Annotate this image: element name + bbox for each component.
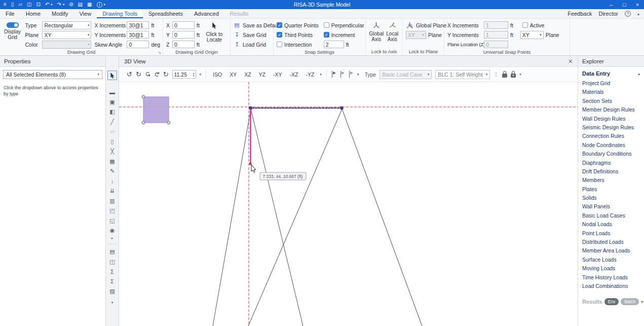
grid-handle-node[interactable] bbox=[167, 121, 170, 124]
explorer-item-materials[interactable]: Materials bbox=[578, 88, 644, 96]
lock-chevron-icon[interactable]: ▾ bbox=[519, 73, 521, 77]
results-batch-toggle[interactable]: Batch bbox=[621, 298, 639, 305]
tool-nodal-load-icon[interactable]: ↓ bbox=[107, 176, 118, 186]
display-grid-toggle[interactable]: Display Grid bbox=[3, 21, 22, 49]
explorer-item-load-combinations[interactable]: Load Combinations bbox=[578, 282, 644, 291]
lock-unselected-icon[interactable] bbox=[502, 74, 507, 78]
quarter-points-checkbox[interactable]: Quarter Points bbox=[277, 21, 319, 29]
save-icon[interactable]: ◫ bbox=[27, 0, 31, 9]
tool-distributed-load-icon[interactable]: ⇊ bbox=[107, 187, 118, 196]
explorer-item-surface-loads[interactable]: Surface Loads bbox=[578, 256, 644, 264]
zoom-level-input[interactable] bbox=[173, 71, 193, 78]
open-file-icon[interactable]: ▱ bbox=[18, 0, 22, 9]
tool-modify-member-icon[interactable]: ▬ bbox=[107, 88, 118, 97]
intersection-checkbox[interactable]: Intersection bbox=[277, 40, 319, 49]
maximize-button[interactable]: □ bbox=[618, 0, 631, 9]
model-canvas[interactable]: 7.333, 44, 10.667 (ft) bbox=[119, 82, 578, 326]
tool-grid-icon[interactable]: ▤ bbox=[107, 247, 118, 257]
third-points-checkbox[interactable]: Third Points bbox=[277, 30, 319, 39]
spin-model-icon[interactable]: ↻ bbox=[163, 71, 169, 78]
explorer-item-node-coordinates[interactable]: Node Coordinates bbox=[578, 141, 644, 150]
global-axis-button[interactable]: Global Axis bbox=[369, 21, 384, 48]
local-axis-button[interactable]: Local Axis bbox=[385, 21, 400, 48]
tool-lock-selection-icon[interactable]: ◰ bbox=[107, 206, 118, 215]
tool-paint-icon[interactable]: ▨ bbox=[107, 287, 118, 296]
explorer-item-member-area-loads[interactable]: Member Area Loads bbox=[578, 246, 644, 255]
origin-y-input[interactable] bbox=[172, 31, 195, 39]
checkbox-icon[interactable] bbox=[277, 22, 282, 28]
usp-active-checkbox[interactable] bbox=[522, 22, 528, 28]
clip-chevron-icon[interactable]: ▾ bbox=[357, 73, 359, 77]
view-close-icon[interactable]: × bbox=[569, 58, 573, 65]
skew-angle-input[interactable] bbox=[127, 41, 149, 48]
undo-icon[interactable]: ↶ bbox=[45, 0, 49, 9]
tool-sum2-icon[interactable]: Σ bbox=[107, 277, 118, 286]
tool-draw-beam-icon[interactable]: ▱ bbox=[107, 127, 118, 136]
collapse-ribbon-icon[interactable]: ▴ bbox=[637, 12, 639, 16]
results-env-toggle[interactable]: Env bbox=[604, 298, 619, 305]
app-menu-icon[interactable]: ≡ bbox=[4, 0, 7, 9]
view-xz-button[interactable]: XZ bbox=[242, 70, 253, 79]
help-icon[interactable]: ? bbox=[625, 11, 631, 17]
clip-flag-icon[interactable] bbox=[331, 71, 336, 78]
tab-home[interactable]: Home bbox=[20, 9, 46, 18]
explorer-item-connection-rules[interactable]: Connection Rules bbox=[578, 132, 644, 140]
select-tool-button[interactable] bbox=[107, 70, 117, 80]
rotate-up-icon[interactable]: ↺ bbox=[144, 71, 151, 77]
checkbox-icon[interactable] bbox=[324, 22, 329, 28]
origin-z-input[interactable] bbox=[172, 41, 195, 48]
print-icon[interactable]: ⊡ bbox=[36, 0, 41, 9]
view-neg-xy-button[interactable]: -XY bbox=[271, 70, 284, 79]
increment-checkbox[interactable]: Increment bbox=[324, 30, 364, 39]
zoom-level-spinner[interactable]: ▴ ▾ bbox=[172, 70, 196, 79]
tab-modify[interactable]: Modify bbox=[46, 9, 73, 18]
redo-icon[interactable]: ↷ bbox=[57, 0, 61, 9]
view-neg-yz-button[interactable]: -YZ bbox=[304, 70, 316, 79]
rotate-ccw-icon[interactable]: ↺ bbox=[127, 71, 132, 78]
rotate-cw-icon[interactable]: ↻ bbox=[136, 71, 141, 78]
grid-handle-node[interactable] bbox=[142, 121, 145, 124]
blc-select[interactable]: BLC 1: Self Weight▾ bbox=[435, 70, 490, 79]
explorer-item-drift-definitions[interactable]: Drift Definitions bbox=[578, 167, 644, 176]
zoom-down-icon[interactable]: ▾ bbox=[193, 75, 195, 77]
explorer-item-boundary-conditions[interactable]: Boundary Conditions bbox=[578, 150, 644, 158]
tool-draw-member-icon[interactable]: ╱ bbox=[107, 117, 118, 126]
explorer-item-project-grid[interactable]: Project Grid bbox=[578, 79, 644, 88]
clipboard-icon[interactable]: ▤ bbox=[78, 0, 83, 9]
minimize-button[interactable]: – bbox=[604, 0, 618, 9]
explorer-item-member-design-rules[interactable]: Member Design Rules bbox=[578, 105, 644, 114]
quick-access-chevron-icon[interactable]: ▾ bbox=[104, 0, 105, 9]
view-yz-button[interactable]: YZ bbox=[257, 70, 268, 79]
checkbox-icon[interactable] bbox=[324, 32, 329, 38]
data-entry-section-header[interactable]: Data Entry ▴ bbox=[578, 67, 644, 79]
tab-file[interactable]: File bbox=[0, 9, 20, 18]
explorer-item-solids[interactable]: Solids bbox=[578, 194, 644, 202]
undo-chevron-icon[interactable]: ▾ bbox=[51, 0, 52, 9]
grid-handle-node[interactable] bbox=[142, 95, 145, 98]
snap-increment-input[interactable] bbox=[324, 41, 344, 48]
click-to-locate-button[interactable]: Click to Locate bbox=[203, 21, 226, 49]
tool-draw-column-icon[interactable]: ▯ bbox=[107, 137, 118, 146]
explorer-item-moving-loads[interactable]: Moving Loads bbox=[578, 264, 644, 273]
director-link[interactable]: Director bbox=[598, 11, 618, 17]
rotate-down-icon[interactable]: ↻ bbox=[154, 71, 160, 77]
snapshot-icon[interactable]: ▦ bbox=[87, 0, 92, 9]
drawing-grid-launcher-icon[interactable]: ↘ bbox=[158, 50, 161, 55]
perpendicular-checkbox[interactable]: Perpendicular bbox=[324, 21, 364, 29]
explorer-item-nodal-loads[interactable]: Nodal Loads bbox=[578, 220, 644, 229]
collapse-section-icon[interactable]: ▴ bbox=[638, 71, 640, 76]
grid-color-select[interactable]: ▾ bbox=[42, 41, 91, 49]
tab-spreadsheets[interactable]: Spreadsheets bbox=[143, 9, 188, 18]
view-neg-xz-button[interactable]: -XZ bbox=[288, 70, 300, 79]
explorer-item-wall-design-rules[interactable]: Wall Design Rules bbox=[578, 115, 644, 123]
zoom-presets-chevron-icon[interactable]: ▾ bbox=[200, 73, 202, 77]
new-file-icon[interactable]: ▯ bbox=[11, 0, 14, 9]
tab-advanced[interactable]: Advanced bbox=[188, 9, 224, 18]
grid-plane-select[interactable]: XY▾ bbox=[42, 31, 91, 39]
tool-draw-node-icon[interactable]: ▣ bbox=[107, 97, 118, 106]
redo-chevron-icon[interactable]: ▾ bbox=[63, 0, 64, 9]
grid-type-select[interactable]: Rectangular▾ bbox=[42, 21, 91, 29]
tab-view[interactable]: View bbox=[73, 9, 97, 18]
view-xy-button[interactable]: XY bbox=[228, 70, 239, 79]
checkbox-icon[interactable] bbox=[277, 32, 282, 38]
